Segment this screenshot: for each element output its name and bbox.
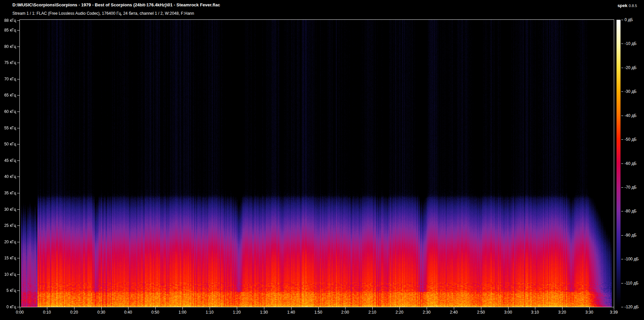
freq-tick [17, 144, 20, 144]
freq-tick [17, 274, 20, 275]
time-tick [562, 307, 562, 310]
db-tick-label: -50 дБ [625, 137, 637, 142]
db-tick-label: -40 дБ [625, 113, 637, 118]
time-tick-label: 0:20 [64, 310, 84, 315]
app-name: spek [618, 3, 628, 8]
db-tick [621, 44, 623, 44]
db-tick-label: -30 дБ [625, 89, 637, 94]
db-tick-label: -60 дБ [625, 161, 637, 166]
time-tick-label: 1:50 [308, 310, 328, 315]
time-tick [182, 307, 183, 310]
time-tick-label: 2:30 [417, 310, 437, 315]
time-tick [427, 307, 427, 310]
db-tick-label: -20 дБ [625, 65, 637, 70]
freq-tick [17, 291, 20, 291]
time-tick [128, 307, 128, 310]
time-tick [481, 307, 481, 310]
db-tick-label: -70 дБ [625, 185, 637, 190]
freq-tick-label: 40 кГц [0, 174, 16, 179]
freq-tick [17, 242, 20, 242]
time-tick-label: 0:50 [145, 310, 165, 315]
freq-tick-label: 10 кГц [0, 272, 16, 277]
db-tick-label: -110 дБ [625, 281, 638, 285]
time-tick-label: 0:40 [118, 310, 138, 315]
freq-tick-label: 55 кГц [0, 126, 16, 130]
freq-tick-label: 30 кГц [0, 207, 16, 212]
time-tick-label: 2:20 [389, 310, 410, 315]
time-tick-label: 1:40 [281, 310, 301, 315]
time-tick-label: 2:50 [471, 310, 491, 315]
freq-tick [17, 20, 20, 21]
db-tick-label: -80 дБ [625, 209, 637, 213]
db-tick [621, 235, 623, 236]
freq-tick-label: 15 кГц [0, 256, 16, 260]
time-tick [614, 307, 614, 310]
app-version-number: 0.8.5 [629, 4, 637, 8]
time-tick-label: 1:20 [227, 310, 247, 315]
db-tick [621, 91, 623, 92]
db-tick [621, 116, 623, 116]
time-tick-label: 1:10 [200, 310, 220, 315]
db-tick [621, 68, 623, 68]
time-tick [508, 307, 508, 310]
freq-tick-label: 70 кГц [0, 77, 16, 81]
time-tick-label: 0:00 [10, 310, 30, 315]
spectrogram-canvas [20, 20, 614, 307]
freq-tick [17, 258, 20, 258]
db-tick [621, 283, 623, 283]
db-tick [621, 187, 623, 188]
time-tick [210, 307, 210, 310]
freq-tick-label: 5 кГц [0, 288, 16, 293]
freq-tick [17, 177, 20, 177]
time-tick [589, 307, 590, 310]
time-tick-label: 3:10 [525, 310, 545, 315]
freq-tick-label: 80 кГц [0, 44, 16, 49]
time-tick-label: 1:00 [172, 310, 193, 315]
freq-tick-label: 60 кГц [0, 109, 16, 114]
freq-tick-label: 65 кГц [0, 93, 16, 98]
freq-tick [17, 95, 20, 95]
db-tick [621, 259, 623, 259]
time-tick [454, 307, 454, 310]
time-tick-label: 3:20 [552, 310, 572, 315]
time-tick-label: 2:00 [335, 310, 355, 315]
db-tick [621, 307, 623, 307]
time-tick [47, 307, 47, 310]
freq-tick-label: 0 кГц [0, 305, 16, 309]
colorbar-gradient [616, 20, 621, 307]
db-tick [621, 20, 623, 20]
db-tick-label: -10 дБ [625, 41, 637, 46]
time-tick [101, 307, 102, 310]
freq-tick [17, 112, 20, 112]
db-tick [621, 211, 623, 211]
freq-tick [17, 30, 20, 30]
time-tick [237, 307, 237, 310]
freq-tick-label: 35 кГц [0, 191, 16, 195]
freq-tick-label: 25 кГц [0, 223, 16, 228]
app-version-badge: spek0.8.5 [618, 2, 637, 8]
time-tick-label: 3:39 [604, 310, 624, 315]
freq-tick [17, 79, 20, 79]
db-tick-label: 0 дБ [625, 17, 633, 22]
time-tick-label: 0:10 [37, 310, 57, 315]
freq-tick [17, 47, 20, 47]
freq-tick [17, 209, 20, 210]
freq-tick-label: 88 кГц [0, 18, 16, 23]
time-tick-label: 1:30 [254, 310, 274, 315]
time-tick-label: 2:40 [444, 310, 464, 315]
stream-info: Stream 1 / 1: FLAC (Free Lossless Audio … [12, 11, 194, 16]
db-tick [621, 164, 623, 164]
freq-tick-label: 20 кГц [0, 240, 16, 244]
time-tick [399, 307, 400, 310]
freq-tick [17, 128, 20, 128]
time-tick-label: 0:30 [91, 310, 111, 315]
freq-tick-label: 45 кГц [0, 158, 16, 163]
time-tick-label: 3:30 [579, 310, 599, 315]
freq-tick [17, 307, 20, 307]
freq-tick-label: 85 кГц [0, 28, 16, 33]
time-tick [535, 307, 535, 310]
file-path-title: D:\MUSIC\Scorpions\Scorpions - 1979 - Be… [12, 2, 220, 7]
db-tick-label: -120 дБ [625, 305, 639, 309]
freq-tick [17, 161, 20, 161]
freq-tick [17, 63, 20, 63]
